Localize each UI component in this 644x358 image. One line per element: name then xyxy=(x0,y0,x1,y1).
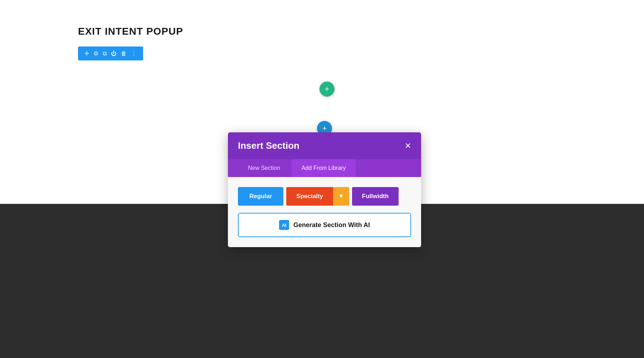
fullwidth-section-button[interactable]: Fullwidth xyxy=(352,187,399,206)
tab-add-from-library[interactable]: Add From Library xyxy=(292,159,356,177)
modal-tabs-wrapper: New Section Add From Library xyxy=(228,159,421,177)
move-icon[interactable]: ✛ xyxy=(83,49,91,58)
specialty-section-button[interactable]: Specialty xyxy=(286,187,333,206)
modal-tabs: New Section Add From Library xyxy=(228,159,421,177)
settings-icon[interactable]: ⚙ xyxy=(92,49,100,58)
clone-icon[interactable]: ⧉ xyxy=(101,50,108,58)
add-section-green-button[interactable]: + xyxy=(319,82,335,97)
delete-icon[interactable]: 🗑 xyxy=(119,50,128,58)
specialty-section-wrapper: Specialty ▼ xyxy=(286,187,349,206)
section-type-buttons: Regular Specialty ▼ Fullwidth xyxy=(238,187,411,206)
specialty-extra-icon: ▼ xyxy=(338,193,344,200)
page-title: EXIT INTENT POPUP xyxy=(78,26,183,37)
specialty-extra-button[interactable]: ▼ xyxy=(333,187,349,206)
more-options-icon[interactable]: ⋮ xyxy=(130,49,138,58)
generate-ai-button[interactable]: AI Generate Section With AI xyxy=(238,213,411,237)
modal-header: Insert Section ✕ xyxy=(228,132,421,159)
visibility-icon[interactable]: ⏻ xyxy=(109,50,118,58)
element-toolbar: ✛ ⚙ ⧉ ⏻ 🗑 ⋮ xyxy=(78,46,143,60)
ai-button-label: Generate Section With AI xyxy=(293,221,370,229)
close-button[interactable]: ✕ xyxy=(405,142,411,150)
regular-section-button[interactable]: Regular xyxy=(238,187,283,206)
top-canvas-area: EXIT INTENT POPUP ✛ ⚙ ⧉ ⏻ 🗑 ⋮ + + Insert… xyxy=(0,0,644,204)
modal-title: Insert Section xyxy=(238,140,299,151)
tab-new-section[interactable]: New Section xyxy=(238,159,290,177)
insert-section-modal: Insert Section ✕ New Section Add From Li… xyxy=(228,132,421,247)
ai-icon: AI xyxy=(279,220,289,230)
modal-body: Regular Specialty ▼ Fullwidth AI Generat… xyxy=(228,177,421,247)
